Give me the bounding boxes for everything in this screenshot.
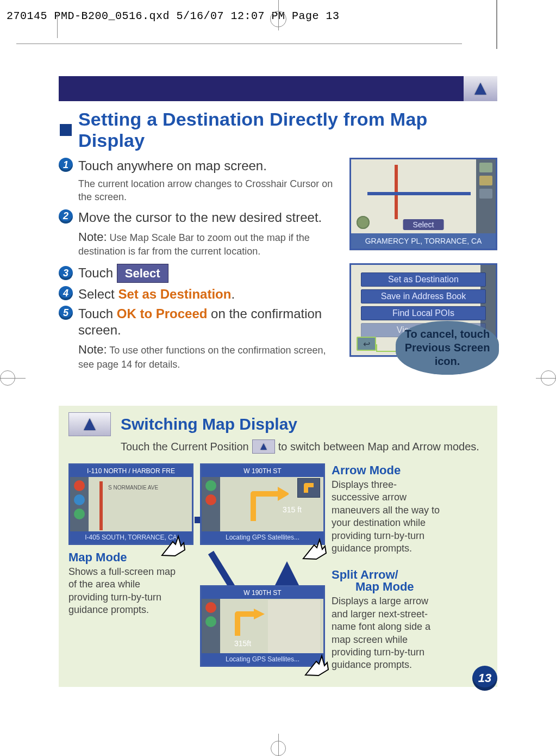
step-badge-2: 2: [59, 209, 73, 224]
map-mode-street: S NORMANDIE AVE: [108, 485, 158, 491]
step-2-sub: Note: Use Map Scale Bar to zoom out the …: [78, 229, 334, 258]
cancel-callout: To cancel, touch Previous Screen icon.: [396, 321, 499, 375]
page-heading: Setting a Destination Directly from Map …: [78, 109, 497, 151]
intro-post: to switch between Map and Arrow modes.: [278, 441, 479, 453]
step-1-title: Touch anywhere on map screen.: [78, 158, 267, 174]
step-badge-3: 3: [59, 266, 73, 280]
map-mode-topbar: I-110 NORTH / HARBOR FRE: [70, 465, 192, 477]
svg-marker-4: [278, 487, 289, 501]
screenshot-map-select: Select GRAMERCY PL, TORRANCE, CA: [349, 158, 497, 250]
page-number: 13: [472, 666, 497, 691]
step-4-title: Select Set as Destination.: [78, 286, 235, 302]
screenshot-arrow-mode: W 190TH ST 315 ft Locating GPS Satellite…: [200, 463, 325, 545]
intro-pre: Touch the Current Position: [121, 441, 249, 453]
step-5-note-text: To use other functions on the confirmati…: [78, 345, 326, 370]
step-4-pre: Select: [78, 287, 115, 301]
pointer-hand-icon: [157, 531, 189, 558]
select-button-graphic: Select: [117, 264, 168, 283]
crop-mark-bottom: [271, 741, 286, 756]
step-3-pre: Touch: [78, 265, 113, 280]
screenshot-context-menu: Set as Destination Save in Address Book …: [349, 263, 497, 357]
menu-save-address: Save in Address Book: [361, 289, 486, 303]
map-mode-desc: Shows a full-screen map of the area whil…: [68, 566, 177, 617]
step-badge-5: 5: [59, 306, 73, 320]
arrow-mode-distance: 315 ft: [283, 505, 302, 514]
heading-bullet-icon: [60, 124, 72, 136]
section-header-bar: [59, 76, 497, 101]
step-4-post: .: [231, 287, 235, 301]
section2-title: Switching Map Display: [121, 415, 297, 433]
split-mode-distance: 315ft: [234, 639, 251, 648]
home-icon: [357, 216, 370, 229]
menu-set-destination: Set as Destination: [361, 272, 486, 287]
previous-screen-icon: [357, 337, 376, 351]
step-2-note-text: Use Map Scale Bar to zoom out the map if…: [78, 232, 310, 257]
current-position-icon: [252, 439, 275, 454]
brand-logo-icon: [464, 76, 497, 101]
step-5-highlight: OK to Proceed: [117, 306, 208, 321]
map-select-button: Select: [403, 219, 444, 230]
note-label-2: Note:: [78, 343, 107, 356]
pointer-hand-icon-2: [298, 534, 330, 561]
step-badge-4: 4: [59, 286, 73, 300]
crop-mark-right: [541, 370, 556, 386]
map-status-bar: GRAMERCY PL, TORRANCE, CA: [351, 233, 496, 249]
split-mode-desc: Displays a large arrow and larger next-s…: [332, 595, 440, 671]
section2-intro: Touch the Current Position to switch bet…: [121, 439, 488, 454]
section-logo-icon: [68, 412, 111, 436]
note-label: Note:: [78, 230, 107, 244]
step-5-pre: Touch: [78, 306, 113, 321]
menu-find-pois: Find Local POIs: [361, 306, 486, 320]
split-mode-topbar: W 190TH ST: [202, 587, 323, 599]
arrow-mode-topbar: W 190TH ST: [202, 465, 323, 477]
step-3-title: Touch Select: [78, 264, 168, 283]
step-4-highlight: Set as Destination: [118, 287, 231, 301]
step-badge-1: 1: [59, 158, 73, 172]
step-5-title: Touch OK to Proceed on the confirmation …: [78, 306, 334, 338]
split-mode-label-2: Map Mode: [355, 580, 440, 594]
trim-lines: [0, 0, 556, 49]
step-1-sub: The current location arrow changes to Cr…: [78, 177, 334, 204]
svg-marker-5: [254, 609, 265, 619]
mini-arrow-icon: [297, 478, 320, 498]
arrow-mode-desc: Displays three-successive arrow maneuver…: [332, 479, 440, 555]
arrow-mode-label: Arrow Mode: [332, 463, 440, 478]
pointer-hand-icon-3: [300, 650, 333, 678]
step-2-title: Move the cursor to the new desired stree…: [78, 209, 322, 226]
step-5-sub: Note: To use other functions on the conf…: [78, 342, 334, 371]
crop-mark-left: [0, 370, 15, 386]
